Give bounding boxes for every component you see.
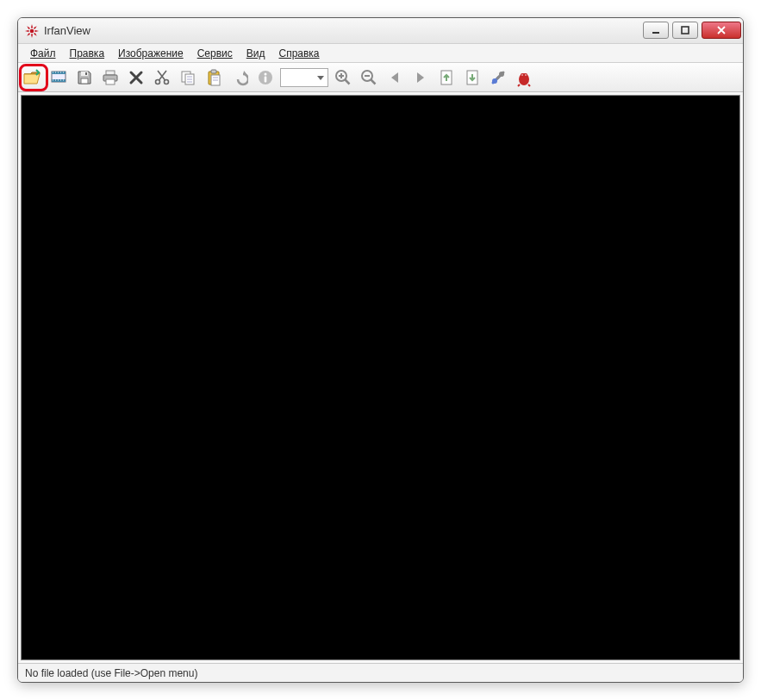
zoom-in-button[interactable] bbox=[332, 66, 354, 89]
app-window: IrfanView Файл Правка Изображение Сервис… bbox=[17, 17, 744, 683]
svg-point-0 bbox=[30, 28, 34, 33]
irfan-mascot-icon bbox=[515, 68, 533, 87]
app-icon bbox=[25, 24, 39, 38]
svg-point-12 bbox=[156, 79, 160, 84]
minimize-icon bbox=[652, 26, 660, 34]
svg-point-26 bbox=[499, 72, 504, 77]
diskette-icon bbox=[76, 69, 93, 86]
printer-icon bbox=[102, 69, 119, 86]
zoom-out-icon bbox=[360, 69, 377, 86]
delete-x-icon bbox=[128, 70, 144, 85]
info-button[interactable] bbox=[254, 66, 277, 89]
close-button[interactable] bbox=[702, 22, 741, 39]
page-up-icon bbox=[438, 69, 455, 86]
menu-file[interactable]: Файл bbox=[23, 46, 63, 61]
copy-button[interactable] bbox=[177, 66, 199, 89]
menu-image[interactable]: Изображение bbox=[111, 46, 190, 61]
about-button[interactable] bbox=[513, 66, 535, 89]
svg-rect-17 bbox=[211, 70, 216, 73]
page-down-icon bbox=[464, 69, 481, 86]
copy-icon bbox=[179, 69, 196, 86]
save-button[interactable] bbox=[73, 66, 96, 89]
maximize-button[interactable] bbox=[672, 22, 698, 39]
menu-edit[interactable]: Правка bbox=[63, 46, 112, 61]
svg-rect-21 bbox=[265, 76, 267, 82]
zoom-out-button[interactable] bbox=[358, 66, 380, 89]
menu-help[interactable]: Справка bbox=[271, 46, 326, 61]
svg-rect-7 bbox=[81, 78, 88, 84]
titlebar: IrfanView bbox=[18, 18, 743, 44]
next-button[interactable] bbox=[409, 66, 432, 89]
undo-button[interactable] bbox=[228, 66, 251, 89]
info-icon bbox=[257, 69, 274, 86]
paste-button[interactable] bbox=[203, 66, 225, 89]
image-viewport[interactable] bbox=[21, 95, 740, 660]
svg-rect-9 bbox=[106, 71, 115, 75]
slideshow-button[interactable] bbox=[47, 66, 70, 89]
slideshow-icon bbox=[50, 69, 67, 86]
undo-icon bbox=[231, 69, 248, 86]
svg-point-31 bbox=[521, 74, 523, 76]
zoom-in-icon bbox=[334, 69, 352, 86]
next-page-button[interactable] bbox=[461, 66, 483, 89]
settings-button[interactable] bbox=[487, 66, 509, 89]
scissors-icon bbox=[153, 69, 171, 86]
svg-rect-2 bbox=[682, 27, 689, 34]
menu-service[interactable]: Сервис bbox=[190, 46, 240, 61]
svg-point-20 bbox=[265, 72, 267, 75]
arrow-right-icon bbox=[412, 69, 429, 86]
menu-view[interactable]: Вид bbox=[240, 46, 272, 61]
svg-point-27 bbox=[492, 78, 497, 84]
prev-button[interactable] bbox=[384, 66, 406, 89]
zoom-combo[interactable] bbox=[280, 68, 328, 87]
svg-point-28 bbox=[519, 73, 529, 85]
statusbar: No file loaded (use File->Open menu) bbox=[18, 663, 743, 682]
minimize-button[interactable] bbox=[643, 22, 669, 39]
cut-button[interactable] bbox=[151, 66, 173, 89]
menubar: Файл Правка Изображение Сервис Вид Справ… bbox=[18, 44, 743, 63]
prev-page-button[interactable] bbox=[435, 66, 458, 89]
open-button[interactable] bbox=[22, 66, 44, 89]
window-title: IrfanView bbox=[44, 24, 639, 37]
folder-open-icon bbox=[23, 69, 42, 86]
delete-button[interactable] bbox=[125, 66, 147, 89]
close-icon bbox=[716, 26, 727, 34]
print-button[interactable] bbox=[99, 66, 122, 89]
window-controls bbox=[639, 23, 741, 39]
arrow-left-icon bbox=[386, 69, 403, 86]
toolbar bbox=[18, 63, 743, 92]
svg-rect-8 bbox=[85, 72, 87, 75]
svg-point-32 bbox=[525, 74, 527, 76]
svg-rect-1 bbox=[652, 32, 659, 34]
maximize-icon bbox=[681, 26, 689, 34]
status-text: No file loaded (use File->Open menu) bbox=[25, 667, 197, 679]
clipboard-paste-icon bbox=[205, 69, 222, 86]
svg-point-13 bbox=[165, 79, 169, 84]
svg-rect-11 bbox=[106, 79, 115, 84]
wrench-icon bbox=[490, 69, 507, 86]
